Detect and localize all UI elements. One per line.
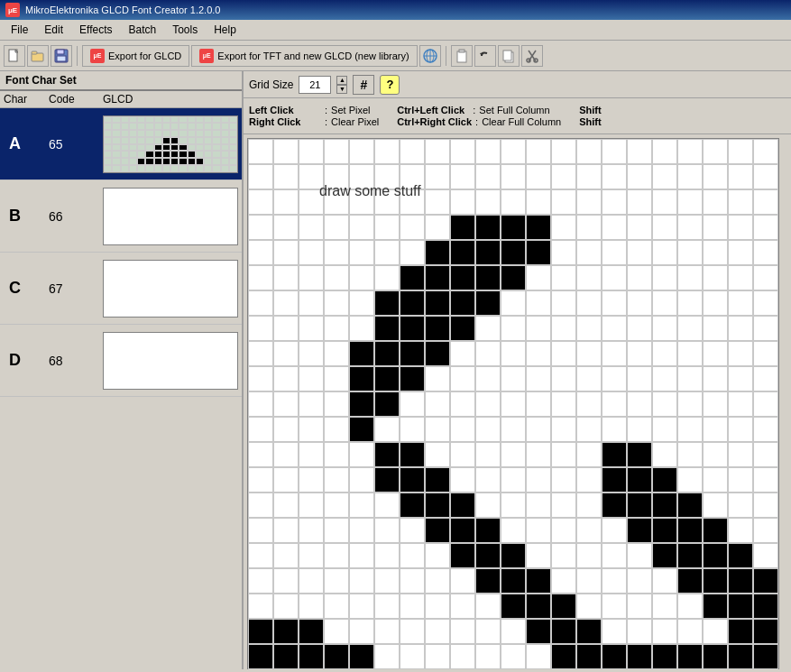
pixel-cell[interactable] xyxy=(576,265,602,290)
pixel-cell[interactable] xyxy=(299,442,324,467)
pixel-cell[interactable] xyxy=(728,417,753,442)
pixel-cell[interactable] xyxy=(627,467,652,492)
pixel-cell[interactable] xyxy=(753,341,778,366)
pixel-cell[interactable] xyxy=(703,164,728,189)
pixel-cell[interactable] xyxy=(753,594,778,619)
pixel-cell[interactable] xyxy=(753,290,778,316)
pixel-cell[interactable] xyxy=(299,543,324,568)
pixel-cell[interactable] xyxy=(703,518,728,543)
pixel-cell[interactable] xyxy=(677,290,703,316)
pixel-cell[interactable] xyxy=(728,215,753,240)
pixel-cell[interactable] xyxy=(374,366,400,391)
pixel-cell[interactable] xyxy=(753,518,778,543)
pixel-cell[interactable] xyxy=(703,341,728,366)
pixel-cell[interactable] xyxy=(551,467,576,492)
pixel-cell[interactable] xyxy=(576,543,602,568)
pixel-cell[interactable] xyxy=(576,492,602,518)
pixel-cell[interactable] xyxy=(248,164,273,189)
pixel-cell[interactable] xyxy=(627,366,652,391)
pixel-cell[interactable] xyxy=(753,265,778,290)
pixel-cell[interactable] xyxy=(374,215,400,240)
grid-size-input[interactable] xyxy=(299,76,331,94)
pixel-cell[interactable] xyxy=(728,518,753,543)
pixel-cell[interactable] xyxy=(602,543,627,568)
pixel-cell[interactable] xyxy=(248,568,273,594)
pixel-cell[interactable] xyxy=(248,391,273,417)
pixel-cell[interactable] xyxy=(703,619,728,644)
pixel-cell[interactable] xyxy=(324,341,349,366)
pixel-cell[interactable] xyxy=(425,568,450,594)
pixel-cell[interactable] xyxy=(273,366,299,391)
pixel-cell[interactable] xyxy=(526,366,551,391)
pixel-cell[interactable] xyxy=(703,417,728,442)
pixel-cell[interactable] xyxy=(728,290,753,316)
pixel-cell[interactable] xyxy=(475,240,501,265)
pixel-cell[interactable] xyxy=(400,417,425,442)
pixel-cell[interactable] xyxy=(753,644,778,669)
menu-edit[interactable]: Edit xyxy=(37,22,70,38)
pixel-cell[interactable] xyxy=(728,366,753,391)
pixel-cell[interactable] xyxy=(526,543,551,568)
pixel-cell[interactable] xyxy=(400,366,425,391)
pixel-cell[interactable] xyxy=(248,341,273,366)
pixel-cell[interactable] xyxy=(576,189,602,215)
pixel-cell[interactable] xyxy=(248,290,273,316)
pixel-cell[interactable] xyxy=(299,189,324,215)
pixel-cell[interactable] xyxy=(425,215,450,240)
pixel-cell[interactable] xyxy=(627,417,652,442)
new-button[interactable] xyxy=(4,45,25,67)
pixel-cell[interactable] xyxy=(450,644,475,669)
pixel-cell[interactable] xyxy=(299,619,324,644)
pixel-cell[interactable] xyxy=(576,240,602,265)
pixel-cell[interactable] xyxy=(248,139,273,164)
pixel-cell[interactable] xyxy=(526,417,551,442)
pixel-cell[interactable] xyxy=(475,341,501,366)
pixel-cell[interactable] xyxy=(526,290,551,316)
pixel-cell[interactable] xyxy=(501,492,526,518)
pixel-cell[interactable] xyxy=(753,543,778,568)
pixel-cell[interactable] xyxy=(400,391,425,417)
pixel-cell[interactable] xyxy=(425,189,450,215)
pixel-cell[interactable] xyxy=(652,417,677,442)
pixel-cell[interactable] xyxy=(475,189,501,215)
pixel-cell[interactable] xyxy=(576,568,602,594)
pixel-cell[interactable] xyxy=(248,644,273,669)
pixel-cell[interactable] xyxy=(753,366,778,391)
pixel-cell[interactable] xyxy=(703,442,728,467)
pixel-cell[interactable] xyxy=(602,467,627,492)
pixel-cell[interactable] xyxy=(400,164,425,189)
pixel-cell[interactable] xyxy=(450,265,475,290)
pixel-cell[interactable] xyxy=(551,518,576,543)
pixel-cell[interactable] xyxy=(677,492,703,518)
pixel-cell[interactable] xyxy=(501,543,526,568)
pixel-cell[interactable] xyxy=(627,265,652,290)
pixel-cell[interactable] xyxy=(677,442,703,467)
pixel-cell[interactable] xyxy=(450,290,475,316)
pixel-cell[interactable] xyxy=(299,316,324,341)
save-button[interactable] xyxy=(51,45,72,67)
pixel-cell[interactable] xyxy=(627,391,652,417)
pixel-cell[interactable] xyxy=(349,366,374,391)
pixel-cell[interactable] xyxy=(652,290,677,316)
pixel-cell[interactable] xyxy=(728,594,753,619)
pixel-cell[interactable] xyxy=(349,518,374,543)
pixel-cell[interactable] xyxy=(677,467,703,492)
pixel-cell[interactable] xyxy=(728,240,753,265)
pixel-cell[interactable] xyxy=(425,594,450,619)
pixel-cell[interactable] xyxy=(703,215,728,240)
pixel-cell[interactable] xyxy=(501,594,526,619)
pixel-cell[interactable] xyxy=(299,568,324,594)
pixel-cell[interactable] xyxy=(475,164,501,189)
pixel-cell[interactable] xyxy=(602,290,627,316)
pixel-cell[interactable] xyxy=(728,467,753,492)
pixel-cell[interactable] xyxy=(576,215,602,240)
pixel-cell[interactable] xyxy=(450,518,475,543)
pixel-cell[interactable] xyxy=(475,139,501,164)
pixel-cell[interactable] xyxy=(299,240,324,265)
pixel-cell[interactable] xyxy=(324,543,349,568)
pixel-cell[interactable] xyxy=(551,594,576,619)
pixel-cell[interactable] xyxy=(400,518,425,543)
pixel-cell[interactable] xyxy=(501,417,526,442)
open-button[interactable] xyxy=(27,45,49,67)
pixel-cell[interactable] xyxy=(576,366,602,391)
